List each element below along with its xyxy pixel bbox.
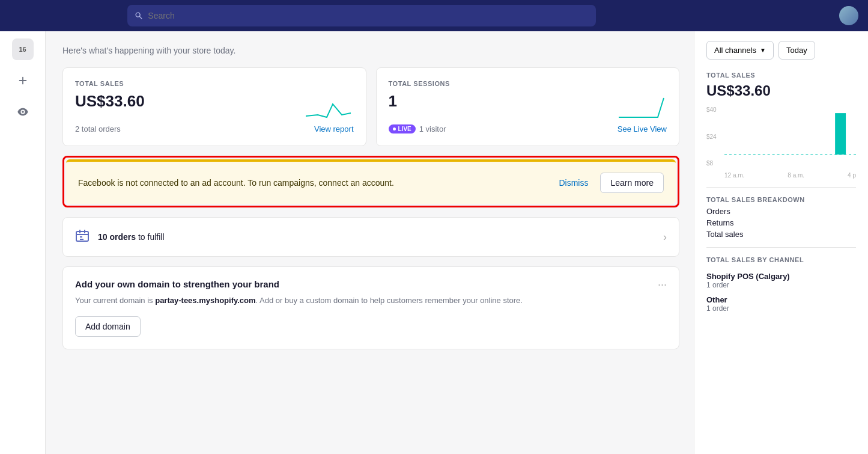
fulfill-card[interactable]: 10 orders to fulfill ›	[62, 217, 679, 257]
chart-x-label-8am: 8 a.m.	[788, 172, 804, 179]
chart-x-label-midnight: 12 a.m.	[724, 172, 744, 179]
total-sessions-footer: LIVE 1 visitor See Live View	[389, 124, 667, 133]
total-sessions-label: TOTAL SESSIONS	[389, 80, 667, 87]
right-panel: All channels ▼ Today TOTAL SALES US$33.6…	[694, 31, 868, 454]
chart-x-label-4pm: 4 p	[848, 172, 856, 179]
chart-y-label-8: $8	[706, 160, 717, 167]
breakdown-orders: Orders	[706, 207, 856, 216]
fulfill-count: 10 orders	[98, 232, 136, 242]
total-sessions-sparkline	[619, 92, 667, 124]
channel-name-pos: Shopify POS (Calgary)	[706, 272, 856, 281]
live-dot	[393, 127, 396, 130]
domain-card-title: Add your own domain to strengthen your b…	[75, 279, 279, 289]
sidebar-badge: 16	[12, 38, 34, 60]
channel-label: TOTAL SALES BY CHANNEL	[706, 256, 856, 263]
alert-banner: Facebook is not connected to an ad accou…	[66, 159, 676, 204]
search-icon	[135, 11, 143, 20]
metrics-cards: TOTAL SALES US$33.60 2 total orders View…	[62, 67, 679, 146]
breakdown-items: Orders Returns Total sales	[706, 207, 856, 239]
total-orders-text: 2 total orders	[75, 124, 121, 133]
divider-2	[706, 247, 856, 248]
channels-dropdown-icon: ▼	[760, 47, 766, 54]
domain-card: Add your own domain to strengthen your b…	[62, 266, 679, 349]
list-item: Shopify POS (Calgary) 1 order	[706, 272, 856, 289]
domain-name-link[interactable]: partay-tees.myshopify.com	[155, 296, 255, 305]
channels-button[interactable]: All channels ▼	[706, 41, 774, 60]
sidebar-add-button[interactable]	[12, 70, 34, 91]
chart-y-labels: $40 $24 $8	[706, 106, 717, 167]
plus-icon	[17, 75, 28, 86]
avatar-image	[839, 6, 858, 25]
fulfill-icon	[75, 229, 90, 245]
alert-message: Facebook is not connected to an ad accou…	[78, 177, 544, 189]
panel-controls: All channels ▼ Today	[706, 41, 856, 60]
page-subtitle: Here's what's happening with your store …	[62, 46, 679, 55]
search-input[interactable]	[148, 11, 589, 20]
view-report-link[interactable]: View report	[314, 124, 354, 133]
live-badge-text: LIVE	[398, 126, 411, 132]
see-live-view-link[interactable]: See Live View	[618, 124, 667, 133]
channel-name-other: Other	[706, 295, 856, 304]
divider-1	[706, 187, 856, 188]
alert-actions: Dismiss Learn more	[554, 173, 664, 193]
sidebar: 16	[0, 31, 46, 454]
alert-outer-highlight: Facebook is not connected to an ad accou…	[62, 156, 679, 207]
domain-desc-prefix: Your current domain is	[75, 296, 155, 305]
top-nav	[0, 0, 868, 31]
search-bar[interactable]	[127, 5, 596, 26]
channels-button-label: All channels	[714, 46, 756, 55]
sales-chart: $40 $24 $8 12 a.m. 8 a.m. 4 p	[706, 106, 856, 179]
panel-total-sales-value: US$33.60	[706, 82, 856, 99]
fulfill-suffix: to fulfill	[136, 232, 164, 242]
total-sessions-card: TOTAL SESSIONS 1 LIVE	[376, 67, 680, 146]
domain-card-desc: Your current domain is partay-tees.mysho…	[75, 295, 667, 307]
fulfill-text: 10 orders to fulfill	[98, 232, 655, 242]
total-sales-card: TOTAL SALES US$33.60 2 total orders View…	[62, 67, 366, 146]
channel-list: Shopify POS (Calgary) 1 order Other 1 or…	[706, 272, 856, 313]
svg-rect-2	[835, 113, 846, 155]
date-range-button[interactable]: Today	[778, 41, 815, 60]
chart-y-label-40: $40	[706, 106, 717, 113]
channel-sub-pos: 1 order	[706, 281, 856, 289]
channel-sub-other: 1 order	[706, 304, 856, 313]
total-sales-sparkline	[306, 92, 354, 124]
fulfill-chevron-icon: ›	[663, 231, 667, 244]
domain-card-menu-icon[interactable]: ···	[658, 279, 667, 290]
eye-icon	[17, 106, 28, 117]
chart-y-label-24: $24	[706, 133, 717, 140]
breakdown-total-sales: Total sales	[706, 230, 856, 239]
panel-total-sales-label: TOTAL SALES	[706, 72, 856, 79]
avatar[interactable]	[839, 6, 858, 25]
sidebar-view-button[interactable]	[12, 101, 34, 123]
breakdown-returns: Returns	[706, 218, 856, 227]
main-content: Here's what's happening with your store …	[46, 31, 694, 454]
chart-x-labels: 12 a.m. 8 a.m. 4 p	[724, 172, 856, 179]
chart-canvas	[724, 106, 856, 167]
total-sales-footer: 2 total orders View report	[75, 124, 354, 133]
learn-more-button[interactable]: Learn more	[600, 173, 664, 193]
visitors-text: 1 visitor	[419, 124, 446, 133]
add-domain-button[interactable]: Add domain	[75, 316, 141, 337]
domain-card-header: Add your own domain to strengthen your b…	[75, 279, 667, 290]
domain-desc-suffix: . Add or buy a custom domain to help cus…	[256, 296, 523, 305]
layout: 16 Here's what's happening with your sto…	[0, 31, 868, 454]
dismiss-button[interactable]: Dismiss	[554, 176, 593, 190]
breakdown-label: TOTAL SALES BREAKDOWN	[706, 196, 856, 203]
live-badge: LIVE	[389, 124, 416, 133]
list-item: Other 1 order	[706, 295, 856, 313]
total-sessions-value: 1	[389, 92, 397, 111]
total-sales-value: US$33.60	[75, 92, 145, 111]
total-sales-label: TOTAL SALES	[75, 80, 354, 87]
